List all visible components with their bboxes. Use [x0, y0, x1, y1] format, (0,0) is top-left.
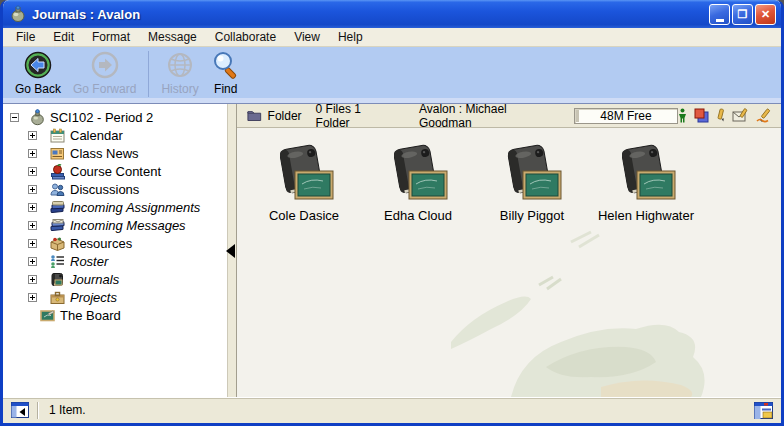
- find-label: Find: [214, 82, 237, 96]
- course-content-icon: [49, 163, 66, 180]
- layers-icon[interactable]: [694, 108, 709, 123]
- statusbar: 1 Item.: [3, 397, 781, 422]
- journal-item-label: Billy Piggot: [500, 208, 564, 223]
- tree-item-sci102[interactable]: SCI102 - Period 2: [3, 108, 227, 126]
- status-separator: [37, 402, 39, 419]
- collapse-box[interactable]: [10, 113, 19, 122]
- journal-item-edha-cloud[interactable]: Edha Cloud: [365, 142, 471, 223]
- panel-splitter[interactable]: [227, 104, 237, 397]
- folder-counts: 0 Files 1 Folder: [316, 102, 391, 130]
- find-button[interactable]: Find: [205, 50, 247, 97]
- journal-item-label: Helen Highwater: [598, 208, 694, 223]
- menu-format[interactable]: Format: [83, 28, 139, 46]
- expand-box[interactable]: [28, 257, 37, 266]
- roster-icon: [49, 253, 66, 270]
- tree-item-course-content[interactable]: Course Content: [3, 162, 227, 180]
- tree-item-journals[interactable]: Journals: [3, 270, 227, 288]
- menu-edit[interactable]: Edit: [44, 28, 83, 46]
- tree-item-discussions[interactable]: Discussions: [3, 180, 227, 198]
- tree-item-calendar[interactable]: Calendar: [3, 126, 227, 144]
- go-back-label: Go Back: [15, 82, 61, 96]
- folder-contents-area[interactable]: Cole Dasice: [237, 128, 781, 397]
- go-back-button[interactable]: Go Back: [9, 50, 67, 97]
- person-icon[interactable]: [678, 108, 687, 123]
- tree-item-label: Projects: [70, 290, 117, 305]
- tree-item-the-board[interactable]: The Board: [3, 306, 227, 324]
- tree-item-incoming-assignments[interactable]: Incoming Assignments: [3, 198, 227, 216]
- menu-file[interactable]: File: [7, 28, 44, 46]
- tree-item-roster[interactable]: Roster: [3, 252, 227, 270]
- maximize-button[interactable]: ❐: [732, 4, 753, 25]
- menubar: File Edit Format Message Collaborate Vie…: [3, 28, 781, 47]
- titlebar[interactable]: Journals : Avalon ❐ ✕: [3, 0, 781, 28]
- tree-item-resources[interactable]: Resources: [3, 234, 227, 252]
- journal-book-icon: [501, 142, 563, 204]
- collapse-panel-arrow-icon[interactable]: [226, 244, 235, 258]
- mail-compose-icon[interactable]: [732, 108, 749, 123]
- journal-item-helen-highwater[interactable]: Helen Highwater: [593, 142, 699, 223]
- menu-view[interactable]: View: [285, 28, 329, 46]
- toggle-tree-panel-icon[interactable]: [11, 402, 29, 418]
- tree-item-label: Incoming Messages: [70, 218, 186, 233]
- menu-collaborate[interactable]: Collaborate: [206, 28, 285, 46]
- journal-book-icon: [387, 142, 449, 204]
- expand-box[interactable]: [28, 167, 37, 176]
- tree-item-label: Journals: [70, 272, 119, 287]
- expand-box[interactable]: [28, 131, 37, 140]
- tree-item-incoming-messages[interactable]: Incoming Messages: [3, 216, 227, 234]
- minimize-button[interactable]: [709, 4, 730, 25]
- main-area: SCI102 - Period 2 Calendar: [3, 103, 781, 397]
- folder-view-panel: Folder 0 Files 1 Folder Avalon : Michael…: [237, 104, 781, 397]
- resources-icon: [49, 235, 66, 252]
- journal-item-label: Cole Dasice: [269, 208, 339, 223]
- tree-item-label: SCI102 - Period 2: [50, 110, 153, 125]
- journal-book-icon: [615, 142, 677, 204]
- item-count-text: 1 Item.: [49, 403, 86, 417]
- journal-item-cole-dasice[interactable]: Cole Dasice: [251, 142, 357, 223]
- layout-view-icon[interactable]: [754, 402, 773, 419]
- used-space-fill: [576, 110, 579, 122]
- tree-item-label: Resources: [70, 236, 132, 251]
- expand-box[interactable]: [28, 293, 37, 302]
- incoming-assignments-icon: [49, 199, 66, 216]
- app-icon: [9, 5, 27, 23]
- free-space-label: 48M Free: [600, 109, 651, 123]
- signature-icon[interactable]: [756, 108, 773, 123]
- expand-box[interactable]: [28, 239, 37, 248]
- toolbar-separator: [148, 51, 149, 97]
- incoming-messages-icon: [49, 217, 66, 234]
- menu-help[interactable]: Help: [329, 28, 372, 46]
- journal-items-row: Cole Dasice: [251, 142, 699, 223]
- expand-box[interactable]: [28, 185, 37, 194]
- tree-item-class-news[interactable]: Class News: [3, 144, 227, 162]
- expand-box[interactable]: [28, 149, 37, 158]
- expand-box[interactable]: [28, 203, 37, 212]
- free-space-gauge: 48M Free: [574, 108, 678, 124]
- pencil-icon[interactable]: [716, 108, 725, 123]
- calendar-icon: [49, 127, 66, 144]
- go-forward-label: Go Forward: [73, 82, 136, 96]
- menu-message[interactable]: Message: [139, 28, 206, 46]
- course-tree-panel: SCI102 - Period 2 Calendar: [3, 104, 227, 397]
- folder-type-label: Folder: [268, 109, 302, 123]
- history-button: History: [155, 50, 204, 97]
- window-title: Journals : Avalon: [32, 7, 707, 22]
- back-arrow-icon: [23, 51, 53, 81]
- expand-box[interactable]: [28, 275, 37, 284]
- magnifier-icon: [211, 51, 241, 81]
- tree-item-label: Calendar: [70, 128, 123, 143]
- history-label: History: [161, 82, 198, 96]
- island-map-watermark: [451, 207, 781, 397]
- projects-icon: [49, 289, 66, 306]
- folder-icon: [247, 109, 262, 122]
- tree-item-projects[interactable]: Projects: [3, 288, 227, 306]
- journal-item-billy-piggot[interactable]: Billy Piggot: [479, 142, 585, 223]
- folder-header-bar: Folder 0 Files 1 Folder Avalon : Michael…: [237, 104, 781, 128]
- close-button[interactable]: ✕: [755, 4, 776, 25]
- forward-arrow-icon: [90, 51, 120, 81]
- expand-box[interactable]: [28, 221, 37, 230]
- toolbar: Go Back Go Forward History: [3, 47, 781, 103]
- tree-item-label: The Board: [60, 308, 121, 323]
- tree-item-label: Course Content: [70, 164, 161, 179]
- tree-item-label: Discussions: [70, 182, 139, 197]
